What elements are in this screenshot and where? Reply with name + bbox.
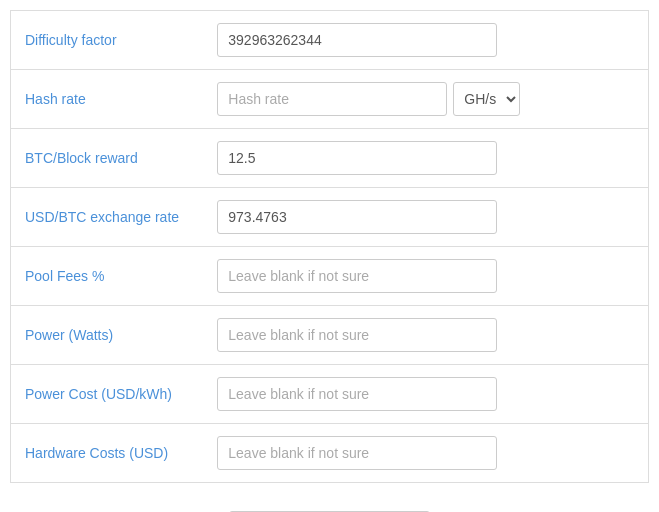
empty-cell-btc-block-reward: [534, 129, 648, 188]
empty-cell-hardware-costs: [534, 424, 648, 483]
input-power-watts[interactable]: [217, 318, 497, 352]
input-cell-power-watts: [203, 306, 534, 365]
label-difficulty-factor: Difficulty factor: [11, 11, 204, 70]
input-btc-block-reward[interactable]: [217, 141, 497, 175]
row-pool-fees: Pool Fees %: [11, 247, 649, 306]
empty-cell-power-cost: [534, 365, 648, 424]
row-hardware-costs: Hardware Costs (USD): [11, 424, 649, 483]
row-usd-btc-exchange-rate: USD/BTC exchange rate: [11, 188, 649, 247]
input-cell-hash-rate: GH/sTH/sMH/sKH/sH/s: [203, 70, 534, 129]
input-pool-fees[interactable]: [217, 259, 497, 293]
empty-cell-usd-btc-exchange-rate: [534, 188, 648, 247]
calculator-table: Difficulty factorHash rateGH/sTH/sMH/sKH…: [10, 10, 649, 483]
button-row: Calculate mining profit: [10, 483, 649, 512]
input-usd-btc-exchange-rate[interactable]: [217, 200, 497, 234]
label-btc-block-reward: BTC/Block reward: [11, 129, 204, 188]
label-hash-rate: Hash rate: [11, 70, 204, 129]
row-btc-block-reward: BTC/Block reward: [11, 129, 649, 188]
label-power-cost: Power Cost (USD/kWh): [11, 365, 204, 424]
empty-cell-power-watts: [534, 306, 648, 365]
input-cell-btc-block-reward: [203, 129, 534, 188]
label-power-watts: Power (Watts): [11, 306, 204, 365]
input-hash-rate[interactable]: [217, 82, 447, 116]
input-cell-power-cost: [203, 365, 534, 424]
empty-cell-hash-rate: [534, 70, 648, 129]
hash-rate-wrapper: GH/sTH/sMH/sKH/sH/s: [217, 82, 520, 116]
empty-cell-pool-fees: [534, 247, 648, 306]
input-cell-pool-fees: [203, 247, 534, 306]
label-pool-fees: Pool Fees %: [11, 247, 204, 306]
input-cell-difficulty-factor: [203, 11, 534, 70]
row-difficulty-factor: Difficulty factor: [11, 11, 649, 70]
row-power-watts: Power (Watts): [11, 306, 649, 365]
input-cell-usd-btc-exchange-rate: [203, 188, 534, 247]
input-hardware-costs[interactable]: [217, 436, 497, 470]
input-power-cost[interactable]: [217, 377, 497, 411]
row-hash-rate: Hash rateGH/sTH/sMH/sKH/sH/s: [11, 70, 649, 129]
input-cell-hardware-costs: [203, 424, 534, 483]
input-difficulty-factor[interactable]: [217, 23, 497, 57]
label-hardware-costs: Hardware Costs (USD): [11, 424, 204, 483]
empty-cell-difficulty-factor: [534, 11, 648, 70]
hash-rate-unit-select[interactable]: GH/sTH/sMH/sKH/sH/s: [453, 82, 520, 116]
row-power-cost: Power Cost (USD/kWh): [11, 365, 649, 424]
label-usd-btc-exchange-rate: USD/BTC exchange rate: [11, 188, 204, 247]
